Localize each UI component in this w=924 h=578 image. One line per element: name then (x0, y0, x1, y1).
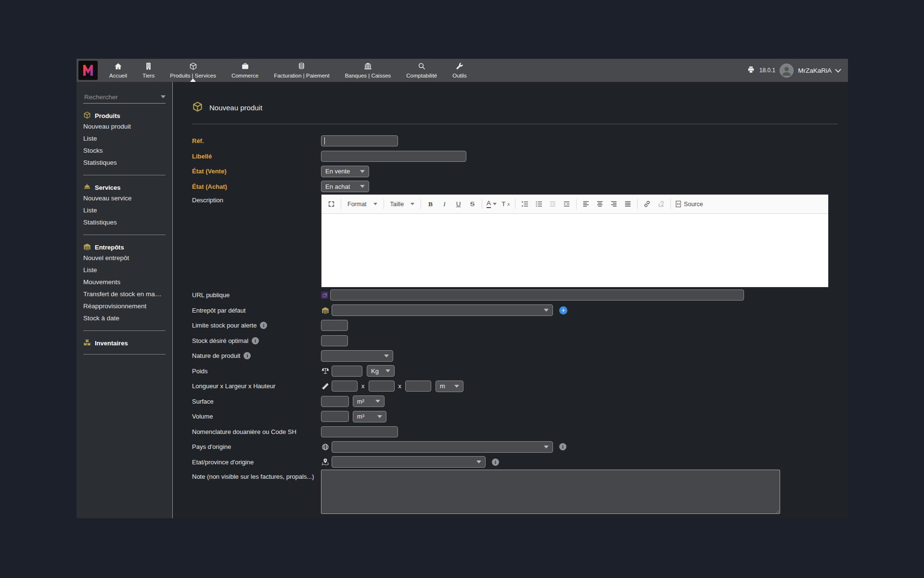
user-avatar[interactable] (780, 64, 794, 78)
nature-produit-select[interactable] (321, 350, 393, 362)
toolbar-separator (421, 199, 421, 209)
sidebar-item-reapprovisionnement[interactable]: Réapprovisionnement (77, 300, 172, 312)
bold-button[interactable]: B (424, 198, 437, 210)
tab-produits-services[interactable]: Produits | Services (162, 59, 224, 82)
select-caret-icon (377, 415, 382, 418)
poids-input[interactable] (332, 366, 362, 377)
search-input[interactable] (83, 93, 161, 101)
chevron-down-icon[interactable] (835, 66, 841, 73)
maximize-icon[interactable] (324, 198, 338, 210)
bullet-list-icon[interactable] (532, 198, 546, 210)
sidebar-item-nouvel-entrepot[interactable]: Nouvel entrepôt (77, 252, 172, 264)
remove-format-button[interactable]: Tx (499, 198, 513, 210)
tab-commerce[interactable]: Commerce (224, 59, 266, 82)
hauteur-input[interactable] (405, 381, 431, 392)
url-publique-input[interactable] (330, 289, 744, 301)
link-icon[interactable] (640, 198, 654, 210)
format-dropdown[interactable]: Format (344, 198, 381, 210)
info-icon[interactable]: i (260, 322, 267, 329)
largeur-input[interactable] (369, 381, 395, 392)
tab-tiers[interactable]: Tiers (135, 59, 162, 82)
info-icon[interactable]: i (492, 459, 499, 466)
underline-button[interactable]: U (451, 198, 465, 210)
sidebar-item-liste-entrepots[interactable]: Liste (77, 264, 172, 276)
indent-icon[interactable] (560, 198, 574, 210)
topbar-right-group: 18.0.1 MrZaKaRiA (747, 59, 848, 82)
tab-banques-caisses[interactable]: Banques | Caisses (337, 59, 399, 82)
info-icon[interactable]: i (252, 337, 259, 344)
info-icon[interactable]: i (244, 352, 251, 359)
dropdown-caret-icon (411, 203, 414, 205)
tab-label: Comptabilité (406, 73, 437, 79)
toolbar-separator (670, 199, 671, 209)
dimension-unit-select[interactable]: m (436, 381, 463, 392)
limite-stock-input[interactable] (321, 320, 348, 331)
entrepot-select[interactable] (332, 304, 553, 316)
sidebar-item-stock-a-date[interactable]: Stock à date (77, 312, 172, 324)
province-origine-select[interactable] (332, 456, 486, 468)
sidebar-item-liste-services[interactable]: Liste (77, 204, 172, 216)
italic-button[interactable]: I (437, 198, 451, 210)
sidebar-item-stocks[interactable]: Stocks (77, 144, 172, 157)
volume-input[interactable] (321, 411, 349, 422)
sidebar-item-statistiques-produits[interactable]: Statistiques (77, 157, 172, 169)
sidebar-item-statistiques-services[interactable]: Statistiques (77, 216, 172, 228)
editor-content-area[interactable] (321, 214, 828, 287)
sidebar-item-mouvements[interactable]: Mouvements (77, 276, 172, 288)
align-right-icon[interactable] (607, 198, 621, 210)
sidebar-item-liste-produits[interactable]: Liste (77, 132, 172, 144)
strikethrough-button[interactable]: S (465, 198, 479, 210)
align-left-icon[interactable] (579, 198, 593, 210)
align-center-icon[interactable] (593, 198, 607, 210)
numbered-list-icon[interactable] (518, 198, 532, 210)
tab-facturation-paiement[interactable]: Facturation | Paiement (266, 59, 337, 82)
sidebar-item-transfert-stock[interactable]: Transfert de stock en ma… (77, 288, 172, 300)
search-dropdown-caret-icon[interactable] (161, 95, 166, 98)
sidebar-item-nouveau-service[interactable]: Nouveau service (77, 192, 172, 204)
ref-input[interactable] (321, 135, 398, 146)
pays-origine-label: Pays d'origine (192, 443, 321, 450)
volume-unit-select[interactable]: m³ (353, 411, 386, 422)
globe-icon (321, 443, 329, 451)
tab-outils[interactable]: Outils (445, 59, 474, 82)
surface-unit-select[interactable]: m² (353, 395, 385, 407)
taille-dropdown[interactable]: Taille (386, 198, 419, 210)
tab-label: Commerce (231, 73, 258, 79)
tab-label: Facturation | Paiement (274, 73, 330, 79)
sidebar-section-inventaires[interactable]: Inventaires (77, 339, 172, 348)
longueur-input[interactable] (332, 381, 358, 392)
select-caret-icon (544, 446, 549, 448)
note-textarea[interactable] (321, 470, 780, 514)
nomenclature-input[interactable] (321, 426, 398, 437)
tx-t: T (501, 200, 505, 208)
print-icon[interactable] (747, 66, 755, 76)
row-nomenclature: Nomenclature douanière ou Code SH (192, 424, 848, 440)
poids-unit-select[interactable]: Kg (367, 365, 395, 377)
unlink-icon[interactable] (654, 198, 668, 210)
source-button[interactable]: Source (673, 198, 705, 210)
justify-icon[interactable] (621, 198, 635, 210)
stock-desire-input[interactable] (321, 335, 348, 346)
etat-vente-select[interactable]: En vente (321, 166, 369, 177)
etat-achat-select[interactable]: En achat (321, 181, 369, 192)
username[interactable]: MrZaKaRiA (798, 67, 832, 74)
libelle-input[interactable] (321, 151, 466, 162)
pays-origine-select[interactable] (332, 441, 553, 453)
toolbar-separator (637, 199, 638, 209)
sidebar-section-entrepots[interactable]: Entrepôts (77, 243, 172, 252)
sidebar-section-produits[interactable]: Produits (77, 111, 172, 120)
tab-comptabilite[interactable]: Comptabilité (398, 59, 445, 82)
row-dimensions: Longueur x Largeur x Hauteur x x m (192, 379, 848, 394)
info-icon[interactable]: i (559, 443, 566, 450)
tab-accueil[interactable]: Accueil (102, 59, 135, 82)
sidebar-item-nouveau-produit[interactable]: Nouveau produit (77, 120, 172, 132)
outdent-icon[interactable] (546, 198, 560, 210)
dolibarr-logo[interactable] (78, 61, 98, 80)
wrench-icon (455, 62, 463, 71)
scale-icon (321, 367, 329, 375)
surface-input[interactable] (321, 396, 349, 407)
tab-label: Banques | Caisses (345, 73, 391, 79)
add-entrepot-button[interactable]: + (559, 306, 567, 315)
text-color-button[interactable]: A (485, 198, 499, 210)
sidebar-section-services[interactable]: Services (77, 183, 172, 192)
